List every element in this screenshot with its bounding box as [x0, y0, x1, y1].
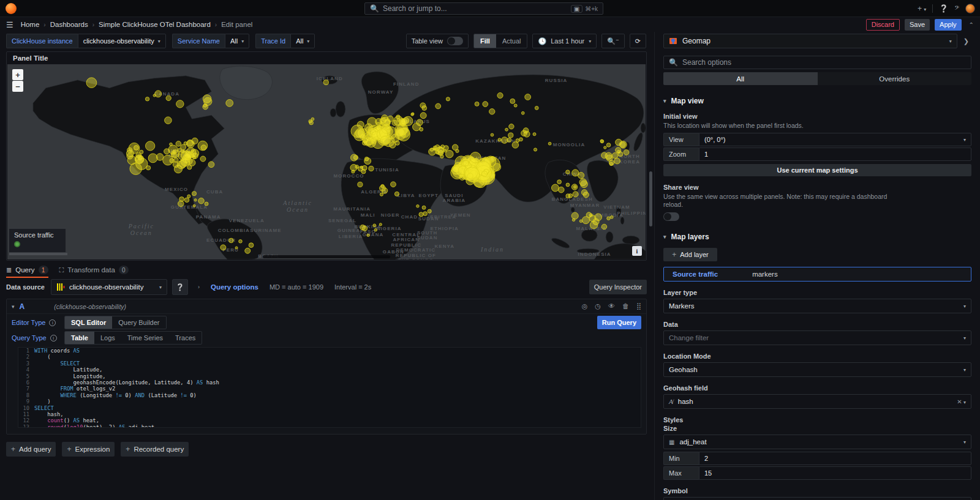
query-type-time-series[interactable]: Time Series [121, 332, 169, 344]
map-data-point[interactable] [509, 124, 514, 129]
collapse-options-icon[interactable]: ⌃ [969, 21, 974, 28]
map-data-point[interactable] [156, 154, 164, 160]
sql-editor[interactable]: 1WITH coords AS2 (3 SELECT4 Latitude,5 L… [18, 347, 641, 428]
map-data-point[interactable] [382, 188, 388, 194]
map-data-point[interactable] [239, 240, 243, 244]
recorded-query-button[interactable]: +Recorded query [121, 442, 189, 457]
sql-line[interactable]: 12 count() AS heat, [18, 417, 641, 424]
run-query-button[interactable]: Run Query [597, 316, 641, 329]
tab-all[interactable]: All [663, 72, 818, 85]
map-data-point[interactable] [391, 182, 396, 187]
map-data-point[interactable] [514, 104, 517, 107]
map-data-point[interactable] [557, 180, 562, 184]
sql-line[interactable]: 9 ) [18, 398, 641, 405]
map-data-point[interactable] [456, 149, 459, 152]
map-data-point[interactable] [362, 226, 367, 231]
query-row-header[interactable]: ▾ A (clickhouse-observability) ◎ ◷ 👁 🗑 ⣿ [7, 299, 646, 314]
location-mode-select[interactable]: Geohash▾ [663, 362, 971, 377]
grafana-logo-icon[interactable] [6, 3, 17, 14]
map-data-point[interactable] [489, 109, 495, 114]
map-data-point[interactable] [174, 158, 178, 162]
editor-mode-query-builder[interactable]: Query Builder [112, 316, 165, 329]
map-data-point[interactable] [369, 166, 374, 171]
zoom-input[interactable]: 1 [699, 147, 971, 161]
map-data-point[interactable] [604, 146, 606, 149]
symbol-select[interactable]: circle.svg ✕ [663, 497, 971, 500]
map-data-point[interactable] [411, 113, 414, 116]
map-data-point[interactable] [440, 155, 444, 159]
map-data-point[interactable] [444, 149, 447, 152]
map-data-point[interactable] [590, 221, 598, 228]
map-data-point[interactable] [420, 103, 426, 108]
map-data-point[interactable] [380, 193, 383, 196]
sql-line[interactable]: 2 ( [18, 354, 641, 360]
search-input[interactable]: 🔍 Search or jump to... ▣ ⌘+k [364, 2, 603, 15]
map-data-point[interactable] [181, 150, 185, 154]
expression-button[interactable]: +Expression [62, 442, 115, 457]
map-data-point[interactable] [323, 80, 328, 85]
map-data-point[interactable] [354, 130, 365, 141]
map-data-point[interactable] [573, 192, 578, 197]
map-data-point[interactable] [616, 139, 622, 146]
map-data-point[interactable] [512, 142, 519, 149]
map-data-point[interactable] [581, 181, 588, 188]
map-canvas[interactable]: CANADAUNITEDSTATESMEXICOCUBAGUATEMALAPAN… [7, 64, 646, 259]
map-data-point[interactable] [235, 247, 238, 249]
map-data-point[interactable] [428, 209, 431, 213]
actual-button[interactable]: Actual [496, 34, 527, 48]
map-data-point[interactable] [179, 197, 184, 202]
map-data-point[interactable] [551, 184, 559, 192]
sql-line[interactable]: 3 SELECT [18, 360, 641, 367]
map-zoom-out-button[interactable]: − [12, 81, 23, 92]
tab-query[interactable]: ≣ Query 1 [6, 263, 48, 277]
share-view-toggle[interactable] [663, 212, 679, 221]
map-data-point[interactable] [521, 111, 524, 114]
fill-button[interactable]: Fill [474, 34, 496, 48]
map-data-point[interactable] [525, 94, 531, 100]
map-data-point[interactable] [140, 150, 143, 154]
map-data-point[interactable] [600, 140, 603, 143]
map-data-point[interactable] [176, 141, 181, 147]
map-data-point[interactable] [566, 183, 570, 187]
map-data-point[interactable] [245, 248, 251, 253]
map-data-point[interactable] [249, 243, 254, 248]
map-data-point[interactable] [229, 238, 234, 243]
collapse-query-icon[interactable]: ▾ [12, 304, 15, 310]
section-map-view[interactable]: ▾ Map view [663, 97, 971, 105]
map-data-point[interactable] [357, 121, 364, 128]
map-data-point[interactable] [165, 117, 172, 124]
expand-options-icon[interactable]: ❯ [961, 37, 971, 45]
map-data-point[interactable] [380, 136, 389, 145]
map-data-point[interactable] [130, 163, 142, 174]
map-data-point[interactable] [413, 123, 421, 131]
menu-icon[interactable]: ☰ [6, 20, 13, 29]
map-data-point[interactable] [187, 140, 195, 147]
map-data-point[interactable] [129, 143, 140, 153]
map-data-point[interactable] [379, 223, 382, 226]
table-view-toggle[interactable]: Table view [406, 34, 469, 48]
sql-line[interactable]: 1WITH coords AS [18, 348, 641, 354]
map-data-point[interactable] [606, 155, 612, 161]
map-data-point[interactable] [609, 162, 613, 166]
save-button[interactable]: Save [905, 19, 930, 31]
view-select[interactable]: (0°, 0°)▾ [699, 133, 971, 146]
map-data-point[interactable] [533, 148, 537, 151]
map-data-point[interactable] [205, 202, 208, 206]
map-data-point[interactable] [606, 143, 611, 147]
query-options-link[interactable]: Query options [211, 283, 258, 291]
map-data-point[interactable] [193, 204, 195, 207]
map-data-point[interactable] [463, 160, 469, 166]
delete-query-icon[interactable]: 🗑 [622, 302, 629, 310]
avatar[interactable] [965, 4, 975, 13]
map-data-point[interactable] [446, 97, 450, 101]
map-data-point[interactable] [226, 100, 233, 107]
map-data-point[interactable] [510, 99, 515, 103]
map-data-point[interactable] [168, 145, 178, 154]
map-data-point[interactable] [505, 128, 508, 131]
size-field-select[interactable]: ▦ adj_heat▾ [663, 435, 971, 449]
tab-overrides[interactable]: Overrides [818, 72, 972, 85]
map-data-point[interactable] [497, 92, 503, 98]
tab-transform-data[interactable]: ⛶ Transform data 0 [59, 263, 129, 277]
map-data-point[interactable] [368, 118, 377, 127]
map-data-point[interactable] [200, 156, 206, 162]
